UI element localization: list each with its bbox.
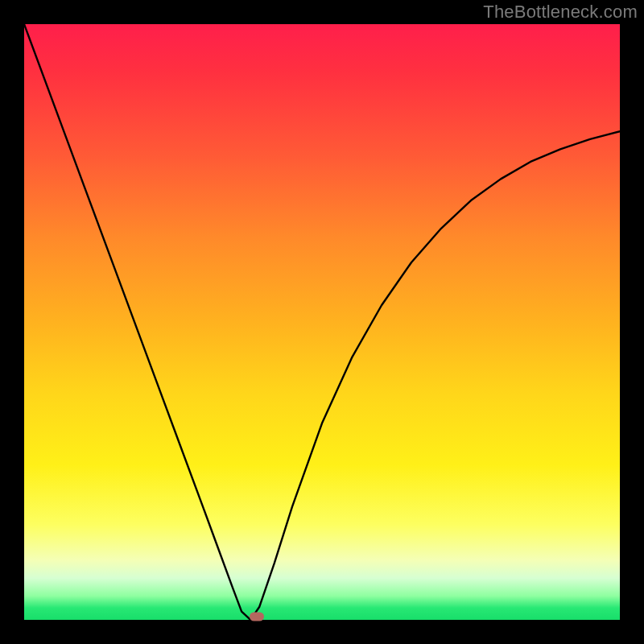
watermark-text: TheBottleneck.com — [483, 2, 638, 23]
plot-area — [24, 24, 620, 620]
bottleneck-curve — [24, 24, 620, 620]
chart-frame: TheBottleneck.com — [0, 0, 644, 644]
minimum-marker — [250, 613, 264, 621]
curve-svg — [24, 24, 620, 620]
